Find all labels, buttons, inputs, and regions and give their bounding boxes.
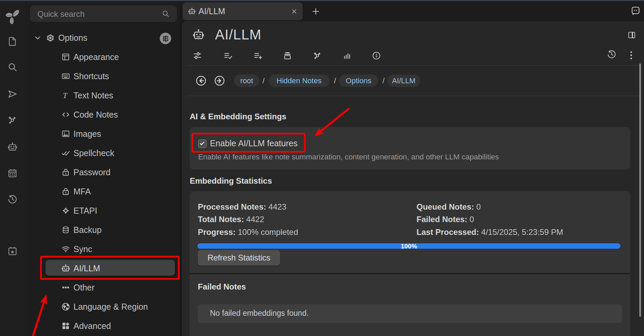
svg-text:T: T <box>63 91 68 100</box>
